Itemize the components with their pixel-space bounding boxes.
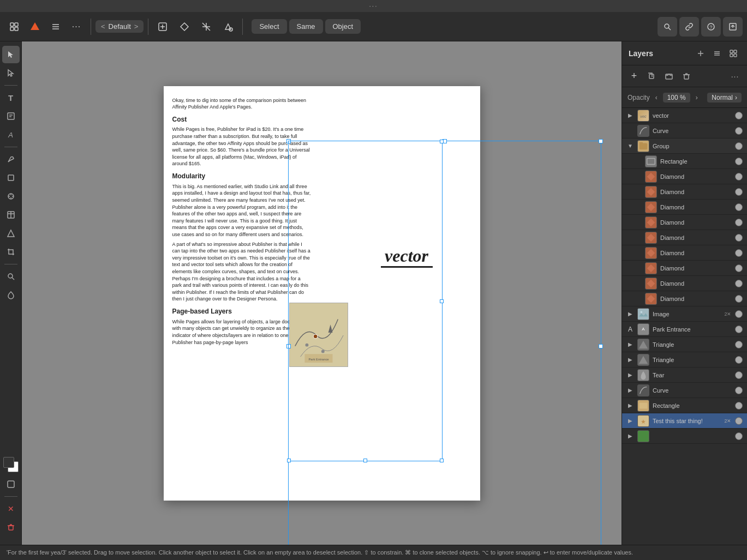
distribute-button[interactable]	[196, 17, 216, 37]
text-tool[interactable]: T	[2, 89, 20, 106]
place-button[interactable]	[153, 17, 172, 37]
layer-item-curve[interactable]: Curve	[622, 123, 747, 139]
layer-vis-d6[interactable]	[735, 249, 743, 257]
layer-vis-d7[interactable]	[735, 264, 743, 272]
more-layer-options[interactable]: ···	[727, 69, 743, 84]
frame-text-tool[interactable]	[2, 107, 20, 125]
layer-item-diamond9[interactable]: Diamond	[622, 291, 747, 306]
layer-item-diamond1[interactable]: Diamond	[622, 169, 747, 184]
color-swatch[interactable]	[3, 457, 19, 472]
layer-item-green[interactable]: ▶	[622, 429, 747, 444]
opacity-prev[interactable]: ‹	[654, 94, 659, 101]
layer-item-diamond6[interactable]: Diamond	[622, 245, 747, 261]
add-layer-button[interactable]: +	[626, 69, 642, 84]
artistic-text-tool[interactable]: A	[2, 126, 20, 143]
layer-vis-curve2[interactable]	[735, 387, 743, 394]
zoom-tool[interactable]	[2, 268, 20, 285]
layer-vis-vector[interactable]	[735, 112, 743, 119]
layer-item-diamond2[interactable]: Diamond	[622, 184, 747, 200]
blend-mode-button[interactable]: Normal ›	[707, 93, 742, 103]
layer-item-rect2[interactable]: ▶ Rectangle	[622, 398, 747, 413]
panel-grid-button[interactable]	[726, 46, 740, 61]
layer-item-triangle2[interactable]: ▶ Triangle	[622, 352, 747, 368]
layer-item-tear[interactable]: ▶ Tear	[622, 368, 747, 383]
layer-vis-curve[interactable]	[735, 127, 743, 135]
layer-vis-d1[interactable]	[735, 173, 743, 180]
panel-list-button[interactable]	[710, 46, 724, 61]
layer-vis-park[interactable]	[735, 326, 743, 333]
export-toolbar-button[interactable]	[723, 17, 743, 37]
layer-vis-d8[interactable]	[735, 280, 743, 287]
select-mode-button[interactable]: Select	[252, 19, 286, 34]
handle-middle-right[interactable]	[599, 344, 603, 348]
trash-button[interactable]	[2, 519, 20, 536]
help-toolbar-button[interactable]: ?	[701, 17, 721, 37]
table-tool[interactable]	[2, 206, 20, 224]
layer-vis-tri2[interactable]	[735, 356, 743, 364]
opacity-next[interactable]: ›	[695, 94, 699, 101]
pen-tool[interactable]	[2, 150, 20, 168]
layer-item-diamond3[interactable]: Diamond	[622, 200, 747, 215]
object-mode-button[interactable]: Object	[325, 19, 361, 34]
handle-top-right[interactable]	[599, 139, 603, 143]
breadcrumb[interactable]: < Default >	[95, 20, 144, 33]
crop-tool[interactable]	[2, 243, 20, 261]
breadcrumb-prev[interactable]: <	[101, 22, 105, 31]
shape-button[interactable]	[218, 17, 238, 37]
breadcrumb-next[interactable]: >	[134, 22, 139, 31]
fill-tool[interactable]	[2, 286, 20, 304]
search-toolbar-button[interactable]	[658, 17, 677, 37]
layer-expand-vector[interactable]: ▶	[626, 112, 634, 118]
layer-item-curve2[interactable]: ▶ Curve	[622, 383, 747, 398]
layer-expand-group[interactable]: ▼	[626, 143, 634, 149]
link-toolbar-button[interactable]	[679, 17, 699, 37]
hamburger-button[interactable]	[46, 17, 65, 37]
layer-vis-rect2[interactable]	[735, 402, 743, 410]
layer-item-park[interactable]: A A Park Entrance	[622, 322, 747, 337]
picture-tool[interactable]	[2, 188, 20, 205]
same-mode-button[interactable]: Same	[289, 19, 323, 34]
more-button[interactable]: ···	[67, 17, 86, 37]
layer-item-group[interactable]: ▼ Group	[622, 139, 747, 154]
opacity-input[interactable]	[663, 93, 690, 103]
node-tool[interactable]	[2, 64, 20, 82]
grid-button[interactable]	[4, 17, 24, 37]
layer-vis-d9[interactable]	[735, 295, 743, 303]
layer-vis-tri1[interactable]	[735, 341, 743, 348]
layer-vis-rect1[interactable]	[735, 158, 743, 165]
layer-item-diamond5[interactable]: Diamond	[622, 230, 747, 245]
layer-vis-d4[interactable]	[735, 219, 743, 226]
layer-vis-d2[interactable]	[735, 188, 743, 196]
layer-vis-group[interactable]	[735, 142, 743, 150]
layer-item-diamond4[interactable]: Diamond	[622, 215, 747, 230]
shape-tool[interactable]	[2, 225, 20, 242]
layer-vis-green[interactable]	[735, 432, 743, 440]
align-button[interactable]	[175, 17, 194, 37]
view-button[interactable]	[2, 475, 20, 493]
rectangle-tool[interactable]	[2, 169, 20, 186]
layer-vis-tear[interactable]	[735, 371, 743, 379]
layer-item-diamond7[interactable]: Diamond	[622, 261, 747, 276]
layer-vis-d5[interactable]	[735, 234, 743, 242]
undo-button[interactable]: ✕	[2, 500, 20, 517]
layer-item-triangle1[interactable]: ▶ Triangle	[622, 337, 747, 352]
opacity-stepper-right[interactable]: ›	[695, 94, 699, 101]
duplicate-layer-button[interactable]	[644, 69, 659, 84]
layer-vis-sticker[interactable]	[735, 417, 743, 425]
layer-item-rect1[interactable]: Rectangle	[622, 154, 747, 169]
select-tool[interactable]	[2, 46, 20, 63]
canvas-area[interactable]: Okay, time to dig into some of the compa…	[22, 41, 621, 545]
delete-layer-button[interactable]	[679, 69, 694, 84]
layers-list[interactable]: ▶ vec vector Curve ▼	[622, 108, 747, 545]
layer-item-vector[interactable]: ▶ vec vector	[622, 108, 747, 123]
affinity-logo[interactable]	[25, 17, 45, 37]
layer-item-image[interactable]: ▶ Image 2✕	[622, 306, 747, 322]
layer-vis-image[interactable]	[735, 310, 743, 318]
layer-item-diamond8[interactable]: Diamond	[622, 276, 747, 291]
layer-name-tear: Tear	[653, 372, 732, 378]
panel-expand-button[interactable]	[694, 46, 708, 61]
opacity-stepper[interactable]: ‹	[654, 94, 659, 101]
group-layer-button[interactable]	[661, 69, 677, 84]
layer-item-sticker[interactable]: ▶ ★ Test this star thing! 2✕	[622, 413, 747, 429]
layer-vis-d3[interactable]	[735, 203, 743, 211]
